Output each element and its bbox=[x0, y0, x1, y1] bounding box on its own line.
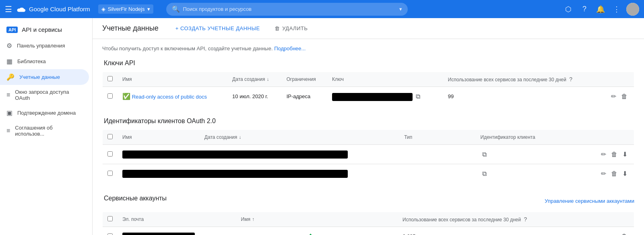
edit-oauth1-button[interactable]: ✏ bbox=[599, 149, 608, 160]
sa-name-text: SilverFir: Investment Report 🌲 v3 [Node.… bbox=[241, 234, 343, 235]
library-icon: ▦ bbox=[6, 58, 12, 65]
edit-sa1-button[interactable]: ✏ bbox=[609, 231, 618, 235]
sidebar-item-label: Соглашения об использов... bbox=[15, 125, 83, 137]
terminal-icon[interactable]: ⬡ bbox=[562, 3, 575, 16]
oauth-row1-actions-cell: ✏ 🗑 ⬇ bbox=[574, 145, 634, 164]
create-credentials-button[interactable]: + СОЗДАТЬ УЧЕТНЫЕ ДАННЫЕ bbox=[171, 23, 264, 34]
table-row: ⧉ ✏ 🗑 ⬇ bbox=[103, 164, 634, 183]
sidebar-item-domain[interactable]: ▣ Подтверждение домена bbox=[0, 105, 89, 121]
delete-sa1-button[interactable]: 🗑 bbox=[619, 231, 629, 235]
api-keys-col-created: Дата создания ↓ bbox=[227, 72, 282, 87]
oauth-row1-copy-cell: ⧉ bbox=[476, 145, 574, 164]
delete-oauth1-button[interactable]: 🗑 bbox=[609, 149, 619, 160]
sidebar-item-agreement[interactable]: ≡ Соглашения об использов... bbox=[0, 121, 89, 141]
api-keys-col-usage: Использование всех сервисов за последние… bbox=[443, 72, 600, 87]
usage-help-icon[interactable]: ? bbox=[569, 76, 572, 82]
table-row: ✅ Read-only access of public docs 10 июл… bbox=[103, 87, 634, 106]
sa-select-all-checkbox[interactable] bbox=[107, 216, 113, 221]
oauth-col-name: Имя bbox=[118, 130, 200, 145]
api-keys-select-all-cell bbox=[103, 72, 118, 87]
project-name: SilverFir Nodejs bbox=[108, 6, 145, 12]
agreement-icon: ≡ bbox=[6, 127, 10, 134]
edit-oauth2-button[interactable]: ✏ bbox=[599, 168, 608, 179]
delete-api-key-button[interactable]: 🗑 bbox=[619, 91, 629, 102]
oauth-name-sort[interactable]: Имя bbox=[122, 134, 132, 140]
oauth-col-actions bbox=[574, 130, 634, 145]
sort-arrow-icon: ↑ bbox=[252, 216, 254, 222]
service-accounts-title: Сервисные аккаунты bbox=[102, 195, 168, 202]
main-content: Учетные данные + СОЗДАТЬ УЧЕТНЫЕ ДАННЫЕ … bbox=[93, 18, 644, 235]
copy-oauth2-button[interactable]: ⧉ bbox=[481, 169, 488, 179]
delete-button[interactable]: 🗑 УДАЛИТЬ bbox=[270, 23, 312, 34]
api-key-actions-cell: ✏ 🗑 bbox=[600, 87, 634, 106]
sa-row1-usage-cell: 6 625 bbox=[398, 227, 591, 235]
oauth-created-sort[interactable]: Дата создания ↓ bbox=[204, 134, 241, 140]
search-dropdown-icon: ▾ bbox=[399, 6, 402, 12]
logo-text: Google Cloud Platform bbox=[29, 6, 90, 12]
oauth-row2-checkbox-cell bbox=[103, 164, 118, 183]
download-oauth1-button[interactable]: ⬇ bbox=[621, 149, 629, 160]
row-checkbox[interactable] bbox=[107, 93, 113, 99]
status-icon: ✅ bbox=[122, 93, 130, 100]
delete-label: УДАЛИТЬ bbox=[282, 25, 308, 31]
api-key-name-link[interactable]: Read-only access of public docs bbox=[132, 94, 207, 100]
api-key-created-cell: 10 июл. 2020 г. bbox=[227, 87, 282, 106]
oauth-row2-action-icons: ✏ 🗑 ⬇ bbox=[578, 168, 629, 179]
api-keys-select-all-checkbox[interactable] bbox=[107, 76, 113, 81]
project-dropdown-icon: ▾ bbox=[147, 6, 150, 12]
oauth-row1-checkbox[interactable] bbox=[107, 151, 113, 157]
project-selector[interactable]: ◈ SilverFir Nodejs ▾ bbox=[98, 4, 153, 14]
sa-name-sort[interactable]: Имя ↑ bbox=[241, 216, 254, 222]
content-topbar: Учетные данные + СОЗДАТЬ УЧЕТНЫЕ ДАННЫЕ … bbox=[93, 18, 644, 39]
credentials-icon: 🔑 bbox=[6, 73, 14, 81]
oauth-row1-checkbox-cell bbox=[103, 145, 118, 164]
delete-oauth2-button[interactable]: 🗑 bbox=[609, 169, 619, 179]
api-keys-section: Ключи API Имя bbox=[102, 60, 634, 106]
api-keys-header-row: Имя Дата создания ↓ Ограничения bbox=[103, 72, 634, 87]
service-accounts-header-row: Эл. почта Имя ↑ Использование всех серви… bbox=[103, 212, 634, 227]
sidebar-item-dashboard[interactable]: ⚙ Панель управления bbox=[0, 38, 89, 54]
sidebar-item-label: Библиотека bbox=[17, 58, 46, 64]
api-keys-created-sort[interactable]: Дата создания ↓ bbox=[232, 76, 269, 82]
tree-icon: 🌲 bbox=[307, 233, 314, 235]
domain-icon: ▣ bbox=[6, 109, 12, 117]
sort-arrow-icon: ↓ bbox=[239, 134, 241, 140]
more-options-icon[interactable]: ⋮ bbox=[610, 3, 623, 16]
api-keys-col-restrictions: Ограничения bbox=[282, 72, 327, 87]
row-checkbox-cell bbox=[103, 87, 118, 106]
sidebar-item-label: Учетные данные bbox=[19, 74, 60, 80]
sidebar-item-credentials[interactable]: 🔑 Учетные данные bbox=[0, 69, 89, 85]
oauth-select-all-checkbox[interactable] bbox=[107, 134, 113, 139]
menu-icon[interactable]: ☰ bbox=[5, 4, 12, 14]
project-icon: ◈ bbox=[101, 6, 105, 12]
oauth-icon: ≡ bbox=[6, 91, 10, 99]
info-link[interactable]: Подробнее... bbox=[274, 45, 305, 52]
oauth-row2-checkbox[interactable] bbox=[107, 171, 113, 176]
oauth-col-created: Дата создания ↓ bbox=[200, 130, 399, 145]
api-key-value-cell: ⧉ bbox=[327, 87, 443, 106]
sidebar-item-library[interactable]: ▦ Библиотека bbox=[0, 54, 89, 69]
api-key-usage-cell: 99 bbox=[443, 87, 600, 106]
oauth-header-row: Имя Дата создания ↓ Тип bbox=[103, 130, 634, 145]
search-input[interactable] bbox=[183, 6, 396, 12]
sidebar-item-oauth[interactable]: ≡ Окно запроса доступа OAuth bbox=[0, 85, 89, 105]
header-actions: ⬡ ? 🔔 ⋮ bbox=[562, 3, 639, 16]
sa-row1-checkbox-cell bbox=[103, 227, 118, 235]
sa-col-email: Эл. почта bbox=[118, 212, 236, 227]
copy-key-button[interactable]: ⧉ bbox=[414, 91, 422, 102]
download-oauth2-button[interactable]: ⬇ bbox=[621, 168, 629, 179]
api-keys-col-actions bbox=[600, 72, 634, 87]
sa-row1-checkbox[interactable] bbox=[107, 233, 113, 235]
oauth-row1-redacted bbox=[122, 150, 348, 159]
help-icon[interactable]: ? bbox=[578, 3, 591, 16]
manage-service-accounts-link[interactable]: Управление сервисными аккаунтами bbox=[545, 198, 634, 204]
notifications-icon[interactable]: 🔔 bbox=[594, 3, 607, 16]
sidebar-item-label: Подтверждение домена bbox=[17, 110, 76, 116]
avatar[interactable] bbox=[626, 3, 639, 16]
edit-api-key-button[interactable]: ✏ bbox=[609, 91, 618, 102]
sa-col-name: Имя ↑ bbox=[236, 212, 398, 227]
sa-row1-name-cell: SilverFir: Investment Report 🌲 v3 [Node.… bbox=[236, 227, 398, 235]
api-keys-name-sort[interactable]: Имя bbox=[122, 76, 132, 82]
copy-oauth1-button[interactable]: ⧉ bbox=[481, 149, 488, 160]
sa-usage-help-icon[interactable]: ? bbox=[524, 216, 527, 223]
